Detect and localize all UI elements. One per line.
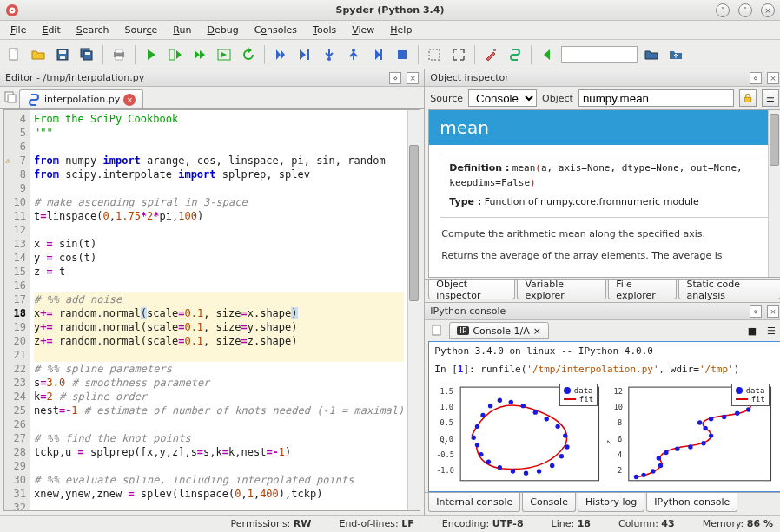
- new-file-button[interactable]: [3, 44, 24, 65]
- inspector-options-button[interactable]: ☰: [762, 89, 779, 107]
- menu-run[interactable]: Run: [166, 23, 198, 37]
- ipython-icon: IP: [457, 326, 469, 335]
- menu-tools[interactable]: Tools: [306, 23, 343, 37]
- inspector-object-input[interactable]: [578, 89, 734, 107]
- editor-pane-title-text: Editor - /tmp/interpolation.py: [5, 72, 144, 83]
- bottom-tab-console[interactable]: Console: [522, 493, 576, 512]
- debug-step-button[interactable]: [294, 44, 315, 65]
- svg-rect-23: [307, 49, 309, 60]
- svg-point-80: [675, 447, 679, 451]
- svg-text:10: 10: [614, 403, 623, 411]
- cwd-input[interactable]: [561, 46, 638, 63]
- menu-file[interactable]: File: [3, 23, 33, 37]
- ipython-options-button[interactable]: ☰: [763, 323, 779, 338]
- save-button[interactable]: [52, 44, 73, 65]
- status-eol-label: End-of-lines:: [339, 518, 398, 529]
- right-tab-object-inspector[interactable]: Object inspector: [428, 280, 515, 299]
- ipython-tab-close-button[interactable]: ×: [533, 325, 541, 337]
- debug-continue-button[interactable]: [367, 44, 388, 65]
- cwd-browse-button[interactable]: [641, 44, 662, 65]
- svg-rect-10: [85, 52, 90, 55]
- ipython-browse-tabs-button[interactable]: [430, 323, 446, 338]
- svg-point-54: [556, 424, 560, 429]
- editor-tab-close-button[interactable]: ×: [123, 94, 136, 106]
- ipython-pane-close-button[interactable]: ×: [767, 305, 779, 318]
- inspector-lock-button[interactable]: [739, 89, 757, 107]
- plot-y-legend: data fit: [559, 384, 598, 406]
- svg-point-83: [709, 434, 713, 438]
- inspector-pane-close-button[interactable]: ×: [767, 72, 779, 84]
- ipython-console-tab[interactable]: IP Console 1/A ×: [449, 322, 549, 339]
- menu-consoles[interactable]: Consoles: [248, 23, 304, 37]
- run-cell-button[interactable]: [165, 44, 186, 65]
- run-cell-advance-button[interactable]: [189, 44, 210, 65]
- editor-browse-tabs-button[interactable]: [3, 90, 17, 107]
- docview-vscrollbar-thumb[interactable]: [770, 114, 779, 166]
- editor-vscrollbar-thumb[interactable]: [409, 145, 419, 301]
- ipython-banner: Python 3.4.0 on linux -- IPython 4.0.0: [434, 345, 775, 357]
- fullscreen-button[interactable]: [448, 44, 469, 65]
- print-button[interactable]: [109, 44, 129, 65]
- maximize-button[interactable]: ˄: [738, 3, 752, 17]
- ipython-interrupt-button[interactable]: ■: [744, 323, 760, 338]
- pythonpath-button[interactable]: [505, 44, 526, 65]
- save-all-button[interactable]: [76, 44, 97, 65]
- inspector-source-select[interactable]: Console: [468, 89, 537, 107]
- svg-point-85: [697, 421, 702, 425]
- svg-text:1.5: 1.5: [440, 387, 454, 396]
- svg-point-52: [533, 410, 538, 415]
- code-editor[interactable]: 456⚠789101112131415161718192021222324252…: [3, 109, 420, 511]
- editor-vscrollbar[interactable]: [407, 110, 420, 510]
- svg-rect-28: [380, 49, 382, 60]
- status-line-label: Line:: [552, 518, 575, 529]
- status-permissions: RW: [294, 518, 312, 529]
- svg-rect-7: [60, 56, 65, 59]
- inspector-pane-options-button[interactable]: ⋄: [750, 72, 762, 84]
- right-tab-file-explorer[interactable]: File explorer: [608, 280, 677, 299]
- menu-debug[interactable]: Debug: [200, 23, 245, 37]
- inspector-docview: mean Definition : mean(a, axis=None, dty…: [428, 109, 780, 278]
- debug-step-in-button[interactable]: [319, 44, 340, 65]
- editor-pane-close-button[interactable]: ×: [407, 72, 419, 84]
- preferences-button[interactable]: [480, 44, 501, 65]
- minimize-button[interactable]: ˅: [716, 3, 730, 17]
- doc-body-2: Returns the average of the array element…: [429, 248, 780, 264]
- svg-point-81: [688, 445, 692, 450]
- svg-rect-29: [398, 50, 407, 59]
- run-selection-button[interactable]: [214, 44, 235, 65]
- close-window-button[interactable]: ×: [761, 3, 775, 17]
- menu-edit[interactable]: Edit: [35, 23, 67, 37]
- right-upper-tabrow: Object inspectorVariable explorerFile ex…: [425, 279, 780, 302]
- editor-pane-options-button[interactable]: ⋄: [389, 72, 401, 84]
- editor-tabrow: interpolation.py ×: [0, 87, 424, 109]
- rerun-button[interactable]: [238, 44, 259, 65]
- maximize-pane-button[interactable]: [424, 44, 445, 65]
- svg-point-56: [565, 445, 570, 450]
- svg-point-89: [746, 407, 750, 411]
- debug-button[interactable]: [270, 44, 291, 65]
- cwd-parent-button[interactable]: [665, 44, 686, 65]
- open-file-button[interactable]: [28, 44, 49, 65]
- debug-step-out-button[interactable]: [343, 44, 364, 65]
- bottom-tab-ipython-console[interactable]: IPython console: [646, 493, 737, 512]
- ipython-console-body[interactable]: Python 3.4.0 on linux -- IPython 4.0.0 I…: [428, 341, 780, 492]
- debug-stop-button[interactable]: [392, 44, 413, 65]
- editor-code-area[interactable]: From the SciPy Cookbook"""from numpy imp…: [30, 110, 407, 510]
- menu-help[interactable]: Help: [383, 23, 419, 37]
- menu-view[interactable]: View: [345, 23, 381, 37]
- editor-tab-interpolation[interactable]: interpolation.py ×: [19, 89, 143, 108]
- svg-point-88: [735, 411, 739, 416]
- right-tab-variable-explorer[interactable]: Variable explorer: [517, 280, 606, 299]
- menu-search[interactable]: Search: [69, 23, 116, 37]
- cwd-back-button[interactable]: [537, 44, 558, 65]
- bottom-tab-history-log[interactable]: History log: [578, 493, 644, 512]
- svg-point-45: [472, 436, 476, 440]
- menu-source[interactable]: Source: [118, 23, 165, 37]
- svg-rect-12: [116, 49, 122, 53]
- bottom-tab-internal-console[interactable]: Internal console: [428, 493, 520, 512]
- doc-type-text: Function of numpy.core.fromnumeric modul…: [485, 196, 699, 207]
- ipython-pane-options-button[interactable]: ⋄: [750, 305, 762, 318]
- right-tab-static-code-analysis[interactable]: Static code analysis: [678, 280, 780, 299]
- run-button[interactable]: [141, 44, 162, 65]
- docview-vscrollbar[interactable]: [768, 110, 780, 277]
